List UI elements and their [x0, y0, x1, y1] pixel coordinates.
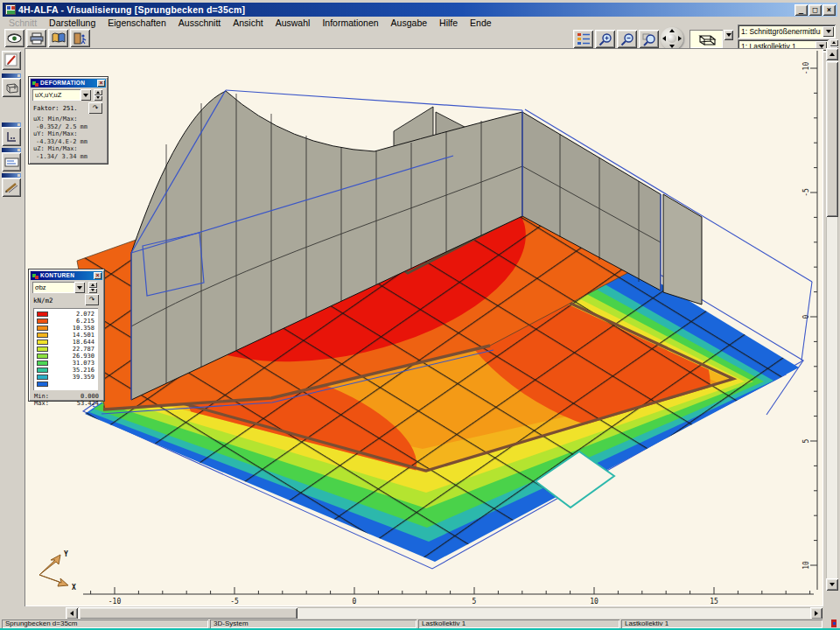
menu-item-ende[interactable]: Ende [464, 17, 498, 29]
svg-text:5: 5 [802, 438, 810, 443]
result-type-dropdown-icon[interactable] [822, 26, 834, 37]
pan-navigation-pad[interactable] [661, 27, 683, 50]
deformation-component-combobox[interactable]: uX,uY,uZ [32, 89, 80, 101]
konturen-dropdown-icon[interactable] [74, 282, 85, 293]
legend-row: 31.073 [37, 360, 94, 367]
close-icon[interactable]: × [94, 272, 102, 279]
vertical-scroll-thumb[interactable] [826, 61, 838, 217]
menu-item-darstellung[interactable]: Darstellung [43, 17, 102, 29]
konturen-panel: KONTUREN × σbz kN/m2 ↷ 2.0726.21510.3581… [29, 270, 104, 401]
legend-color-swatch [37, 374, 48, 381]
legend-color-swatch [37, 332, 48, 339]
horizontal-scrollbar[interactable] [66, 607, 822, 620]
svg-text:-10: -10 [802, 62, 810, 75]
draw-tool-button[interactable] [2, 178, 21, 197]
svg-text:-5: -5 [230, 598, 239, 606]
status-field: Lastkollektiv 1 [418, 620, 620, 628]
deformation-line-label: uY: Min/Max: [33, 130, 105, 138]
legend-color-swatch [37, 346, 48, 353]
spin-down[interactable] [88, 288, 97, 294]
title-bar[interactable]: 4H-ALFA - Visualisierung [Sprungbecken d… [3, 3, 837, 17]
view-settings-button[interactable] [4, 29, 24, 47]
konturen-quantity-combobox[interactable]: σbz [32, 282, 74, 293]
svg-text:-5: -5 [802, 188, 810, 197]
legend-color-swatch [37, 360, 48, 367]
loadcase-spin-up[interactable] [830, 39, 838, 46]
zoom-out-button[interactable] [617, 30, 637, 48]
legend-max-row: Max:53.424 [29, 399, 104, 407]
view-direction-field[interactable] [690, 30, 723, 48]
deformation-line-label: uX: Min/Max: [33, 116, 105, 123]
menu-item-schnitt: Schnitt [3, 17, 43, 29]
close-icon[interactable]: × [97, 80, 105, 87]
legend-value: 18.644 [48, 339, 94, 346]
axis-y-label: Y [64, 550, 68, 558]
deformation-line-value: -4.33/4.E-2 mm [33, 138, 105, 146]
konturen-spinner[interactable] [88, 282, 97, 293]
deformation-panel-title: DEFORMATION [40, 79, 97, 88]
menu-item-ausschnitt[interactable]: Ausschnitt [172, 17, 227, 29]
axes-tool-button[interactable] [2, 127, 21, 146]
vertical-scrollbar[interactable] [826, 48, 838, 591]
legend-row: 22.787 [37, 346, 94, 353]
view-cube-icon [696, 32, 717, 46]
print-button[interactable] [26, 29, 46, 47]
zoom-window-button[interactable] [639, 30, 659, 48]
exit-door-icon [74, 32, 87, 45]
exit-button[interactable] [70, 29, 90, 47]
close-button[interactable]: × [822, 4, 836, 16]
legend-row: 10.358 [37, 325, 94, 332]
spin-down[interactable] [94, 95, 102, 102]
menu-item-auswahl[interactable]: Auswahl [270, 17, 317, 29]
menu-item-informationen[interactable]: Informationen [316, 17, 384, 29]
result-type-combobox[interactable]: 1: Schnittgrößenermittlung [738, 24, 836, 38]
legend-row: 26.930 [37, 353, 94, 360]
legend-value: 2.072 [48, 311, 94, 318]
legend-value: 26.930 [48, 353, 94, 360]
scroll-up-icon[interactable] [826, 48, 838, 60]
minimize-button[interactable]: _ [794, 4, 808, 16]
horizontal-scroll-thumb[interactable] [79, 607, 298, 620]
status-indicator-icon [830, 620, 838, 627]
pan-up-icon[interactable] [669, 29, 675, 32]
legend-color-swatch [37, 318, 48, 325]
legend-row: 6.215 [37, 318, 94, 325]
legend-value: 31.073 [48, 360, 94, 367]
deformation-panel-titlebar[interactable]: DEFORMATION × [31, 79, 106, 88]
deformation-minmax-list: uX: Min/Max:-0.352/ 2.5 mmuY: Min/Max:-4… [33, 116, 105, 160]
legend-color-swatch [37, 312, 48, 318]
legend-color-swatch [37, 368, 48, 374]
tree-list-icon [577, 32, 591, 46]
legend-value: 6.215 [48, 318, 94, 325]
section-icon [4, 157, 19, 168]
deformation-dropdown-icon[interactable] [80, 89, 91, 101]
view-direction-dropdown-button[interactable] [724, 30, 733, 40]
pan-center-knob[interactable] [668, 34, 676, 43]
panel-icon [32, 80, 38, 87]
legend-color-swatch [37, 354, 48, 360]
pan-right-icon[interactable] [678, 36, 682, 41]
refresh-arrows-icon[interactable]: ↷ [85, 294, 99, 305]
manual-button[interactable] [48, 29, 68, 47]
visualization-canvas[interactable]: Y X -10-5051015 -10-50510 DEFORMATION × … [24, 48, 823, 606]
fem-3d-scene[interactable]: Y X -10-5051015 -10-50510 [24, 48, 823, 606]
scroll-right-icon[interactable] [810, 607, 822, 620]
maximize-button[interactable]: □ [808, 4, 822, 16]
deformation-spinner[interactable] [94, 89, 102, 101]
pan-left-icon[interactable] [662, 36, 666, 41]
edit-pencil-icon [4, 53, 18, 67]
zoom-in-button[interactable] [595, 30, 615, 48]
scroll-down-icon[interactable] [826, 578, 838, 591]
menu-item-ansicht[interactable]: Ansicht [227, 17, 269, 29]
refresh-arrows-icon[interactable]: ↷ [88, 102, 102, 114]
menu-item-eigenschaften[interactable]: Eigenschaften [102, 17, 172, 29]
perspective-box-button[interactable] [2, 78, 21, 97]
section-tool-button[interactable] [2, 152, 21, 172]
display-options-button[interactable] [573, 30, 593, 48]
menu-item-hilfe[interactable]: Hilfe [433, 17, 464, 29]
konturen-panel-titlebar[interactable]: KONTUREN × [31, 271, 102, 280]
edit-mode-button[interactable] [2, 51, 21, 70]
scroll-left-icon[interactable] [66, 607, 78, 620]
menu-item-ausgabe[interactable]: Ausgabe [385, 17, 433, 29]
konturen-panel-title: KONTUREN [40, 271, 94, 280]
